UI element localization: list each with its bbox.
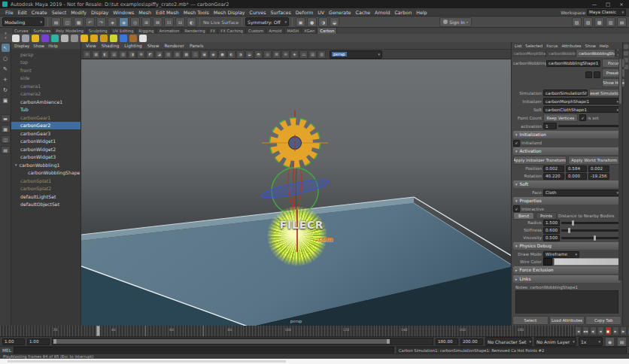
menu-item[interactable]: Carbon <box>392 10 414 15</box>
menu-item[interactable]: Help <box>414 10 429 15</box>
outliner-row[interactable]: carbonSplat2 <box>11 185 81 193</box>
rotation-z-field[interactable]: -19.256 <box>588 173 609 180</box>
sidebar-toggle-icon[interactable]: ▧ <box>572 17 582 27</box>
playback-button[interactable]: ◀| <box>590 326 597 335</box>
shelf-tab[interactable]: UV Editing <box>111 28 137 34</box>
shelf-tab[interactable]: Surfaces <box>31 28 53 34</box>
sidebar-toggle-icon[interactable]: ▤ <box>617 17 627 27</box>
anim-layer-combo[interactable]: No Anim Layer <box>534 337 576 346</box>
outliner-row[interactable]: carbonWidget1 <box>11 138 81 146</box>
viewport-toolbar-icon[interactable]: ◎ <box>263 50 272 59</box>
layout-button[interactable]: ▬ <box>1 114 11 123</box>
viewport-toolbar-icon[interactable]: ◩ <box>146 50 154 59</box>
apply-initializer-transform-button[interactable]: Apply Initializer Transform <box>513 156 567 165</box>
section-force-exclusion[interactable]: Force Exclusion <box>513 266 621 274</box>
tool-button[interactable]: ▣ <box>2 96 10 105</box>
outliner-row[interactable]: carbonWidget3 <box>11 153 81 162</box>
playback-start-field[interactable]: 1.00 <box>27 338 50 345</box>
viewport-toolbar-icon[interactable]: ◓ <box>254 50 263 59</box>
live-surface-label[interactable]: No Live Surface <box>203 20 239 25</box>
ae-menu-item[interactable]: Selected <box>524 44 544 48</box>
stiffness-field[interactable]: 0.600 <box>543 227 560 234</box>
shelf-button[interactable] <box>100 35 108 42</box>
status-icon[interactable]: ◎ <box>130 17 140 27</box>
shelf-button[interactable] <box>12 35 20 42</box>
status-icon[interactable]: ↶ <box>85 17 95 27</box>
section-initialization[interactable]: Initialization <box>513 131 621 138</box>
shelf-tab[interactable]: MASH <box>284 28 302 34</box>
viewport-toolbar-icon[interactable]: ▭ <box>299 50 308 59</box>
outliner-row[interactable]: carbonGear2 <box>11 122 81 130</box>
viewport-toolbar-icon[interactable]: ◧ <box>101 50 109 59</box>
viewport-toolbar-icon[interactable]: ▨ <box>173 50 181 59</box>
mel-input[interactable] <box>14 347 394 354</box>
draw-mode-combo[interactable]: Wireframe <box>543 251 579 258</box>
viewport-toolbar-icon[interactable]: ◫ <box>191 50 199 59</box>
viewport-toolbar-icon[interactable]: ⊡ <box>83 50 91 59</box>
viscosity-field[interactable]: 0.500 <box>543 235 560 241</box>
outliner-row[interactable]: carbonGear3 <box>11 129 81 138</box>
character-set-combo[interactable]: No Character Set <box>485 337 532 346</box>
tool-button[interactable]: + <box>2 75 10 83</box>
workspace-combo[interactable]: Maya Classic <box>587 9 626 16</box>
maximize-button[interactable]: □ <box>603 2 613 8</box>
ae-tab[interactable]: carbonMorphShape1 <box>512 50 546 57</box>
ae-menu-item[interactable]: Show <box>584 44 597 48</box>
sidebar-toggle-icon[interactable]: ▨ <box>583 17 593 27</box>
viscosity-slider[interactable] <box>561 237 621 239</box>
history-checkbox[interactable] <box>594 71 600 78</box>
outliner-row[interactable]: side <box>11 74 81 83</box>
viewport-toolbar-icon[interactable]: ◪ <box>155 50 163 59</box>
pin-checkbox[interactable] <box>585 71 592 78</box>
shelf-button[interactable] <box>61 35 68 42</box>
menu-item[interactable]: Arnold <box>372 10 392 15</box>
viewport-toolbar-icon[interactable]: ◒ <box>245 50 254 59</box>
viewport-toolbar-icon[interactable]: ◉ <box>209 50 217 59</box>
outliner-row[interactable]: front <box>11 66 81 74</box>
shelf-button[interactable] <box>120 35 127 42</box>
playback-button[interactable]: ◀ <box>597 326 604 335</box>
render-icon[interactable]: ● <box>307 17 317 27</box>
viewport-toolbar-icon[interactable]: ▤ <box>110 50 118 59</box>
viewport-toolbar-icon[interactable]: ◨ <box>128 50 136 59</box>
section-soft[interactable]: Soft <box>513 180 621 188</box>
menu-item[interactable]: Select <box>50 10 68 15</box>
viewport-toolbar-icon[interactable]: ▦ <box>92 50 100 59</box>
stiffness-slider[interactable] <box>561 229 621 232</box>
playback-button[interactable]: ▶ <box>612 326 619 335</box>
menu-item[interactable]: File <box>3 10 16 15</box>
outliner-row[interactable]: carbonWidget2 <box>11 145 81 153</box>
status-icon[interactable]: ▤ <box>51 17 61 27</box>
soft-combo[interactable]: carbonClothShape1 <box>543 106 621 113</box>
status-icon[interactable]: ⊞ <box>141 17 151 27</box>
prop-tab-bend[interactable]: Bend <box>513 212 534 220</box>
close-button[interactable]: × <box>616 2 627 8</box>
load-attributes-button[interactable]: Load Attributes <box>549 316 585 325</box>
menu-item[interactable]: Curves <box>248 10 269 15</box>
current-frame-marker[interactable] <box>96 326 100 336</box>
menu-item[interactable]: Create <box>29 10 50 15</box>
shelf-tab[interactable]: FX Caching <box>218 28 246 34</box>
playback-end-field[interactable]: 180.00 <box>436 338 458 345</box>
menu-item[interactable]: Edit <box>16 10 29 15</box>
shelf-button[interactable] <box>139 35 147 42</box>
outliner-menu-item[interactable]: Show <box>32 44 46 48</box>
node-name-field[interactable]: carbonWobblingShape1 <box>546 60 600 67</box>
viewport-toolbar-icon[interactable]: ▧ <box>164 50 172 59</box>
shelf-tab[interactable]: Curves <box>12 28 31 34</box>
menu-item[interactable]: Cache <box>353 10 372 15</box>
shelf-button[interactable] <box>41 35 49 42</box>
rotation-x-field[interactable]: 40.220 <box>543 173 564 180</box>
shelf-tab[interactable]: Sculpting <box>87 28 111 34</box>
panel-menu-item[interactable]: View <box>84 44 99 48</box>
render-icon[interactable]: ▣ <box>296 17 305 27</box>
panel-menu-item[interactable]: Show <box>145 44 162 48</box>
simulation-combo[interactable]: carbonSimulationShape1 <box>543 89 588 96</box>
range-handle-left[interactable] <box>53 339 56 344</box>
section-links[interactable]: Links <box>513 275 621 283</box>
outliner-menu-item[interactable]: Help <box>47 44 59 48</box>
shelf-tab[interactable]: Carbon <box>318 28 337 34</box>
outliner-row[interactable]: camera2 <box>11 90 81 99</box>
mel-label[interactable]: MEL <box>2 348 11 353</box>
menu-item[interactable]: Surfaces <box>268 10 293 15</box>
